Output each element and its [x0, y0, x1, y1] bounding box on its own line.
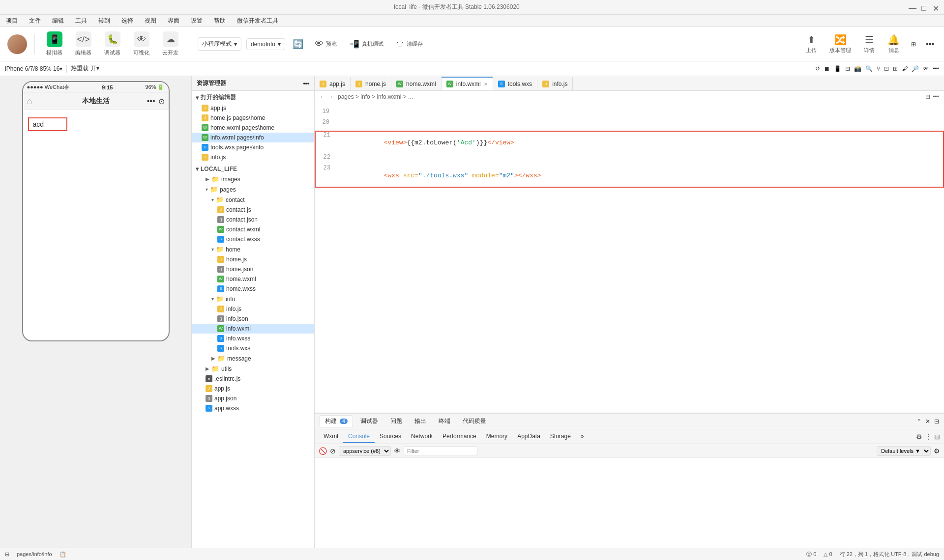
tab-app-js[interactable]: J app.js: [315, 77, 351, 90]
minimize-button[interactable]: —: [909, 4, 915, 11]
folder-info[interactable]: ▾ 📁 info: [192, 294, 314, 304]
nav-back-icon[interactable]: ←: [320, 93, 325, 100]
file-contact-wxml[interactable]: W contact.wxml: [192, 224, 314, 234]
demo-select[interactable]: demoInfo ▾: [246, 38, 285, 50]
devtools-tab-performance[interactable]: Performance: [438, 430, 481, 443]
brush-icon[interactable]: 🖌: [902, 65, 908, 72]
view-icon[interactable]: 👁: [923, 65, 929, 72]
project-title[interactable]: ▾ LOCAL_LIFE: [192, 164, 314, 174]
devtools-tab-appdata[interactable]: AppData: [512, 430, 545, 443]
file-tools-wxs[interactable]: S tools.wxs: [192, 343, 314, 353]
file-info-js[interactable]: J info.js: [192, 304, 314, 314]
bottom-tab-issues[interactable]: 问题: [385, 416, 407, 427]
user-avatar[interactable]: [7, 34, 27, 54]
bottom-tab-debugger[interactable]: 调试器: [355, 416, 383, 427]
phone-icon[interactable]: 📱: [834, 65, 841, 72]
devtools-tab-sources[interactable]: Sources: [375, 430, 406, 443]
devtools-tab-more[interactable]: »: [576, 430, 589, 443]
bottom-panel-close-icon[interactable]: ✕: [925, 418, 930, 425]
upload-button[interactable]: ⬆ 上传: [802, 32, 821, 56]
compile-button[interactable]: 🔄: [290, 39, 306, 50]
inspect-icon[interactable]: 🔎: [912, 65, 919, 72]
devtools-settings-icon[interactable]: ⚙: [916, 433, 922, 441]
menu-item-select[interactable]: 选择: [119, 16, 135, 26]
file-tree-more-icon[interactable]: •••: [303, 80, 309, 87]
open-file-info-js[interactable]: J info.js: [192, 152, 314, 162]
folder-images[interactable]: ▶ 📁 images: [192, 174, 314, 184]
debugger-button[interactable]: 🐛 调试器: [100, 31, 124, 56]
grid2-icon[interactable]: ⊞: [893, 65, 898, 72]
status-path-icon[interactable]: ⊟: [5, 551, 9, 558]
tab-home-js[interactable]: J home.js: [351, 77, 391, 90]
devtools-tab-wxml[interactable]: Wxml: [319, 430, 343, 443]
file-home-js[interactable]: J home.js: [192, 254, 314, 264]
devtools-tab-console[interactable]: Console: [343, 430, 375, 443]
editor-button[interactable]: </> 编辑器: [71, 31, 95, 56]
open-file-home-wxml[interactable]: W home.wxml pages\home: [192, 123, 314, 133]
file-info-wxss[interactable]: S info.wxss: [192, 334, 314, 343]
tab-info-wxml[interactable]: W info.wxml ✕: [442, 77, 493, 90]
bottom-tab-code-quality[interactable]: 代码质量: [458, 416, 491, 427]
folder-utils[interactable]: ▶ 📁 utils: [192, 364, 314, 374]
tab-info-js[interactable]: J info.js: [537, 77, 573, 90]
console-clear-icon[interactable]: 🚫: [319, 447, 327, 455]
mode-select[interactable]: 小程序模式 ▾: [198, 37, 241, 51]
version-manage-button[interactable]: 🔀 版本管理: [826, 32, 855, 56]
file-app-wxss[interactable]: S app.wxss: [192, 403, 314, 413]
menu-item-edit[interactable]: 编辑: [50, 16, 66, 26]
menu-item-view[interactable]: 视图: [143, 16, 158, 26]
nav-forward-icon[interactable]: →: [328, 93, 334, 100]
bottom-tab-output[interactable]: 输出: [410, 416, 431, 427]
console-filter-icon[interactable]: ⊘: [330, 447, 336, 455]
folder-home[interactable]: ▾ 📁 home: [192, 244, 314, 254]
file-home-json[interactable]: {} home.json: [192, 264, 314, 274]
bottom-tab-terminal[interactable]: 终端: [434, 416, 455, 427]
open-file-home-js[interactable]: J home.js pages\home: [192, 113, 314, 123]
open-file-tools-wxs[interactable]: S tools.wxs pages\info: [192, 142, 314, 152]
more-toolbar-icon[interactable]: ⊡: [884, 65, 889, 72]
file-info-wxml[interactable]: W info.wxml: [192, 324, 314, 334]
menu-item-interface[interactable]: 界面: [166, 16, 181, 26]
search-icon[interactable]: 🔍: [865, 65, 873, 72]
simulator-button[interactable]: 📱 模拟器: [42, 31, 66, 56]
viewable-button[interactable]: 👁 可视化: [129, 31, 153, 56]
folder-contact[interactable]: ▾ 📁 contact: [192, 195, 314, 205]
bottom-tab-build[interactable]: 构建 4: [320, 415, 353, 427]
stop-icon[interactable]: ⏹: [824, 65, 830, 72]
menu-item-goto[interactable]: 转到: [96, 16, 112, 26]
file-info-json[interactable]: {} info.json: [192, 314, 314, 324]
console-log-area[interactable]: [315, 458, 944, 548]
menu-item-settings[interactable]: 设置: [189, 16, 205, 26]
bottom-panel-expand-icon[interactable]: ⌃: [916, 418, 921, 425]
line-content-23[interactable]: <wxs src="./tools.wxs" module="m2"></wxs…: [338, 165, 938, 187]
tab-tools-wxs[interactable]: S tools.wxs: [493, 77, 537, 90]
menu-item-tools[interactable]: 工具: [73, 16, 89, 26]
tab-close-icon[interactable]: ✕: [484, 82, 488, 87]
file-home-wxss[interactable]: S home.wxss: [192, 284, 314, 294]
phone-close-icon[interactable]: ⊙: [158, 97, 165, 106]
log-level-select[interactable]: Default levels ▼: [877, 446, 931, 456]
file-app-js[interactable]: J app.js: [192, 384, 314, 393]
more-second-toolbar-icon[interactable]: •••: [933, 65, 939, 72]
bottom-panel-side-icon[interactable]: ⊟: [934, 418, 939, 425]
settings-small-icon[interactable]: ⊟: [845, 65, 850, 72]
devtools-more-icon[interactable]: ⋮: [925, 433, 932, 441]
file-contact-wxss[interactable]: S contact.wxss: [192, 234, 314, 244]
menu-item-file[interactable]: 文件: [27, 16, 43, 26]
open-file-info-wxml[interactable]: W info.wxml pages\info: [192, 133, 314, 142]
devtools-tab-memory[interactable]: Memory: [481, 430, 512, 443]
more-editor-icon[interactable]: •••: [933, 93, 939, 100]
preview-button[interactable]: 👁 预览: [311, 39, 341, 49]
file-app-json[interactable]: {} app.json: [192, 393, 314, 403]
eye-icon[interactable]: 👁: [394, 447, 401, 455]
outline-icon[interactable]: ⊟: [925, 93, 930, 100]
console-filter-input[interactable]: [404, 447, 477, 455]
open-file-app-js[interactable]: J app.js: [192, 103, 314, 113]
cloud-button[interactable]: ☁ 云开发: [158, 31, 182, 56]
hot-reload-toggle[interactable]: 热重载 开▾: [71, 64, 99, 73]
more-options-button[interactable]: •••: [923, 37, 937, 51]
menu-item-project[interactable]: 项目: [4, 16, 20, 26]
menu-item-help[interactable]: 帮助: [212, 16, 228, 26]
screenshot-icon[interactable]: 📸: [854, 65, 861, 72]
git-icon[interactable]: ⑂: [877, 65, 880, 72]
